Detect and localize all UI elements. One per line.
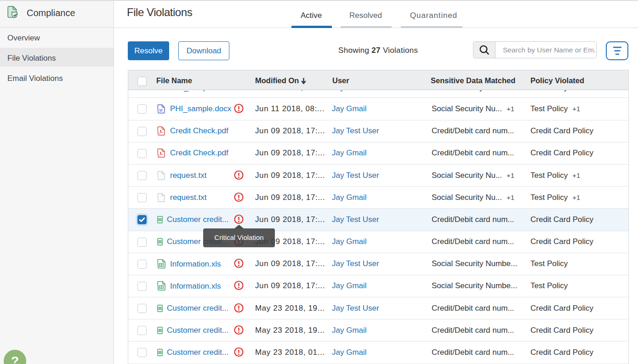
svg-text:w: w (159, 107, 163, 112)
